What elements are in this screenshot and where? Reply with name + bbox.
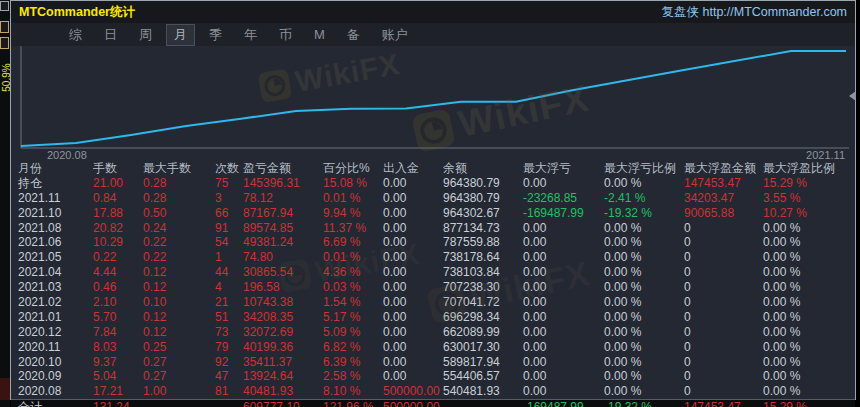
cell: 54 [215,235,243,250]
balance-line [21,51,846,146]
cell: 0.00 [383,176,443,191]
table-row[interactable]: 2020.118.030.257940199.366.82 %0.0063001… [11,340,855,355]
cell: 34208.35 [243,310,323,325]
cell: 8.03 [93,340,143,355]
monthly-stats-table: 月份手数最大手数次数盈亏金额百分比%出入金余额最大浮亏最大浮亏比例最大浮盈金额最… [11,161,855,400]
table-row[interactable]: 2021.0820.820.249189574.8511.37 %0.00877… [11,221,855,236]
menu-item-月[interactable]: 月 [166,24,195,46]
cell: 0.10 [143,295,215,310]
menu-item-币[interactable]: 币 [271,24,300,46]
cell: 5.04 [93,369,143,384]
cell: 0.50 [143,206,215,221]
column-header[interactable]: 盈亏金额 [243,161,323,176]
cell: 2021.04 [11,265,93,280]
cell: 877134.73 [443,221,523,236]
balance-chart[interactable]: 2020.08 2021.11 [11,46,855,161]
table-row[interactable]: 2020.095.040.274713924.642.58 %0.0055440… [11,369,855,384]
mtcommander-stats-window: MTCommander统计 复盘侠 http://MTCommander.com… [10,0,856,400]
cell: 589817.94 [443,355,523,370]
table-row[interactable]: 2021.1017.880.506687167.949.94 %0.009643… [11,206,855,221]
table-row[interactable]: 持仓21.000.2875145396.3115.08 %0.00964380.… [11,176,855,191]
cell: -23268.85 [523,191,604,206]
cell: 10.29 [93,235,143,250]
cell: 0.00 % [604,265,684,280]
menu-item-年[interactable]: 年 [236,24,265,46]
column-header[interactable]: 最大浮亏比例 [604,161,684,176]
cell: 49381.24 [243,235,323,250]
column-header[interactable]: 最大浮盈金额 [684,161,763,176]
cell: 0.00 % [604,340,684,355]
cell: 3.55 % [763,191,855,206]
cell: 964302.67 [443,206,523,221]
table-row[interactable]: 2020.109.370.279235411.376.39 %0.0058981… [11,355,855,370]
cell: 147453.47 [684,176,763,191]
cell: 0.00 [523,221,604,236]
cell: 2021.02 [11,295,93,310]
cell: 0.00 % [763,340,855,355]
menu-item-备[interactable]: 备 [339,24,368,46]
column-header[interactable]: 次数 [215,161,243,176]
table-row[interactable]: 2021.110.840.28378.120.01 %0.00964380.79… [11,191,855,206]
cell: 0.00 [383,340,443,355]
cell: 6.39 % [323,355,383,370]
x-axis-first-label: 2020.08 [47,149,87,161]
cell: 0.12 [143,325,215,340]
menu-item-综[interactable]: 综 [61,24,90,46]
cell: 2020.08 [11,384,93,399]
table-row[interactable]: 2021.0610.290.225449381.246.69 %0.007875… [11,235,855,250]
cell: 5.17 % [323,310,383,325]
cell: 0.00 [523,235,604,250]
cell: 0.22 [143,235,215,250]
cell: 7.84 [93,325,143,340]
cell: 92 [215,355,243,370]
column-header[interactable]: 最大浮盈比例 [763,161,855,176]
cell [143,400,215,407]
column-header[interactable]: 百分比% [323,161,383,176]
cell: 609777.10 [243,400,323,407]
cell: -169487.99 [523,400,604,407]
table-row[interactable]: 2021.050.220.22174.800.01 %0.00738178.64… [11,250,855,265]
menu-item-M[interactable]: M [306,25,333,44]
cell: 964380.79 [443,191,523,206]
cell: 79 [215,340,243,355]
menu-item-季[interactable]: 季 [201,24,230,46]
cell: 0 [684,221,763,236]
cell: 91 [215,221,243,236]
cell: 0.27 [143,355,215,370]
cell: 8.10 % [323,384,383,399]
table-row[interactable]: 2021.030.460.124196.580.03 %0.00707238.3… [11,280,855,295]
cell: 11.37 % [323,221,383,236]
column-header[interactable]: 最大浮亏 [523,161,604,176]
table-row[interactable]: 2021.015.700.125134208.355.17 %0.0069629… [11,310,855,325]
cell: 44 [215,265,243,280]
cell: 0.01 % [323,250,383,265]
table-row[interactable]: 2020.127.840.127332072.695.09 %0.0066208… [11,325,855,340]
table-row[interactable]: 2021.044.440.124430865.544.36 %0.0073810… [11,265,855,280]
menu-item-周[interactable]: 周 [131,24,160,46]
cell: 0.00 % [763,280,855,295]
menu-item-账户[interactable]: 账户 [374,24,416,46]
menu-item-日[interactable]: 日 [96,24,125,46]
cell: 15.08 % [323,176,383,191]
cell: 147453.47 [684,400,763,407]
column-header[interactable]: 出入金 [383,161,443,176]
table-row[interactable]: 2021.022.100.102110743.381.54 %0.0070704… [11,295,855,310]
cell: 40199.36 [243,340,323,355]
column-header[interactable]: 手数 [93,161,143,176]
cell: 0.00 % [604,176,684,191]
table-row[interactable]: 2020.0817.211.008140481.938.10 %500000.0… [11,384,855,399]
cell: 81 [215,384,243,399]
column-header[interactable]: 最大手数 [143,161,215,176]
column-header[interactable]: 月份 [11,161,93,176]
cell: 196.58 [243,280,323,295]
table-row-total[interactable]: 合计131.24609777.10121.96 %500000.00-16948… [11,399,855,407]
column-header[interactable]: 余额 [443,161,523,176]
cell: 0.00 [383,235,443,250]
cell: 3 [215,191,243,206]
cell: 0.25 [143,340,215,355]
cell: 32072.69 [243,325,323,340]
cell: 738178.64 [443,250,523,265]
cell: 0.12 [143,310,215,325]
table-header-row: 月份手数最大手数次数盈亏金额百分比%出入金余额最大浮亏最大浮亏比例最大浮盈金额最… [11,161,855,176]
background-toolbar-icon [0,37,9,49]
